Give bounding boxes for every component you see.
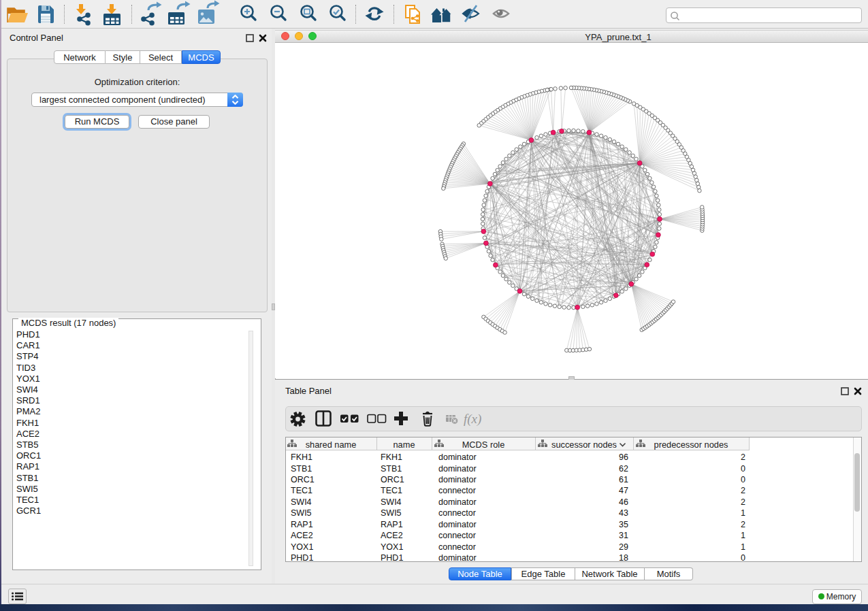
svg-text:f(x): f(x): [464, 412, 481, 427]
